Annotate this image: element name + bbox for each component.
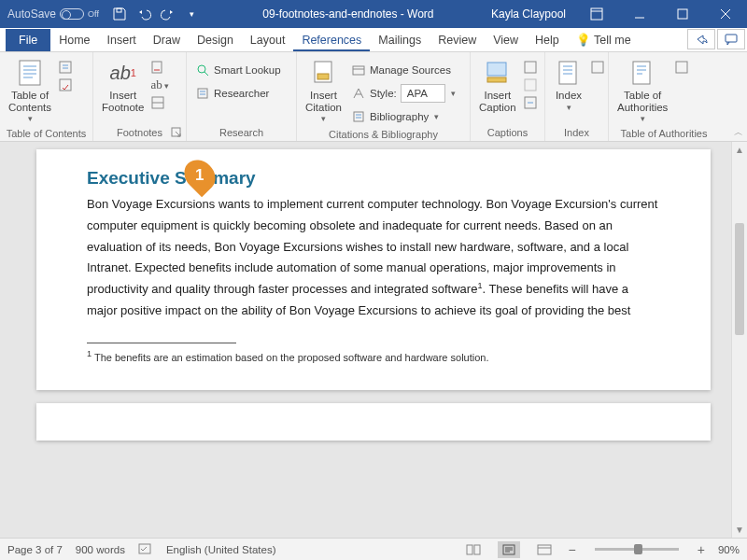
footnote[interactable]: 1 The benefits are an estimation based o… (87, 349, 660, 363)
toggle-icon (60, 8, 84, 20)
web-layout-icon[interactable] (533, 541, 556, 558)
footnote-text: The benefits are an estimation based on … (92, 351, 488, 362)
heading-executive-summary[interactable]: Executive Summary (87, 168, 660, 189)
insert-footnote-button[interactable]: ab1 Insert Footnote (99, 56, 147, 115)
window-title: 09-footnotes-and-endnotes - Word (205, 7, 482, 21)
share-button[interactable] (687, 29, 715, 49)
zoom-level[interactable]: 90% (718, 544, 740, 555)
mark-citation-icon[interactable] (674, 60, 689, 75)
scroll-track[interactable] (732, 158, 747, 522)
svg-rect-13 (317, 74, 329, 79)
chevron-down-icon[interactable]: ▾ (449, 89, 458, 98)
svg-rect-2 (678, 9, 687, 19)
autosave-toggle[interactable]: AutoSave Off (0, 7, 106, 21)
svg-rect-26 (467, 545, 472, 554)
tab-insert[interactable]: Insert (99, 30, 145, 51)
title-bar: AutoSave Off ▾ 09-footnotes-and-endnotes… (0, 0, 747, 28)
group-index: Index ▾ Index (545, 52, 609, 141)
manage-sources-button[interactable]: Manage Sources (348, 60, 460, 80)
update-tof-icon[interactable] (523, 77, 538, 92)
page[interactable]: Executive Summary Bon Voyage Excursions … (36, 149, 711, 390)
comments-button[interactable] (717, 29, 745, 49)
zoom-out-button[interactable]: − (569, 542, 576, 557)
style-selector[interactable]: Style: APA ▾ (348, 83, 460, 104)
group-label-index: Index (551, 125, 602, 141)
insert-tof-icon[interactable] (523, 60, 538, 75)
update-table-icon[interactable] (58, 77, 73, 92)
quick-access-toolbar: ▾ (106, 7, 205, 21)
ribbon-options-icon[interactable] (575, 0, 618, 28)
svg-rect-24 (676, 62, 687, 73)
tab-help[interactable]: Help (527, 30, 568, 51)
status-words[interactable]: 900 words (76, 544, 125, 555)
save-icon[interactable] (112, 7, 127, 21)
tab-review[interactable]: Review (430, 30, 485, 51)
add-text-icon[interactable] (58, 60, 73, 75)
undo-icon[interactable] (136, 7, 151, 21)
tab-draw[interactable]: Draw (145, 30, 189, 51)
redo-icon[interactable] (161, 7, 176, 21)
bibliography-icon (351, 109, 366, 124)
researcher-button[interactable]: Researcher (192, 83, 284, 104)
tab-tellme[interactable]: 💡 Tell me (568, 29, 640, 51)
insert-endnote-icon[interactable] (150, 60, 170, 75)
cross-reference-icon[interactable] (523, 95, 538, 110)
status-page[interactable]: Page 3 of 7 (7, 544, 63, 555)
chevron-down-icon: ▾ (26, 115, 35, 124)
citation-icon (309, 58, 339, 88)
next-page[interactable] (36, 403, 711, 441)
lightbulb-icon: 💡 (576, 34, 591, 47)
svg-rect-15 (354, 112, 363, 121)
group-label-research: Research (192, 125, 290, 141)
minimize-icon[interactable] (618, 0, 661, 28)
bibliography-button[interactable]: Bibliography ▾ (348, 106, 460, 127)
tab-view[interactable]: View (485, 30, 527, 51)
zoom-knob[interactable] (634, 544, 642, 554)
tab-layout[interactable]: Layout (242, 30, 294, 51)
group-label-captions: Captions (476, 125, 539, 141)
toa-button[interactable]: Table of Authorities ▾ (614, 56, 670, 126)
footnotes-dialog-launcher[interactable] (171, 127, 182, 138)
scroll-thumb[interactable] (735, 223, 744, 335)
chevron-down-icon: ▾ (319, 115, 328, 124)
bibliography-label: Bibliography (370, 111, 429, 122)
svg-rect-14 (353, 66, 364, 75)
style-value[interactable]: APA (401, 84, 445, 103)
close-icon[interactable] (704, 0, 747, 28)
insert-caption-button[interactable]: Insert Caption (476, 56, 519, 115)
collapse-ribbon-icon[interactable]: ︿ (734, 126, 743, 139)
tab-design[interactable]: Design (189, 30, 242, 51)
smart-lookup-button[interactable]: Smart Lookup (192, 60, 284, 80)
insert-citation-button[interactable]: Insert Citation ▾ (303, 56, 345, 126)
svg-rect-3 (726, 35, 737, 42)
group-label-toa: Table of Authorities (614, 126, 713, 142)
autosave-state: Off (88, 9, 99, 19)
print-layout-icon[interactable] (498, 541, 520, 558)
scroll-up-icon[interactable]: ▲ (732, 142, 747, 158)
toc-button[interactable]: Table of Contents ▾ (6, 56, 54, 126)
body-text[interactable]: Bon Voyage Excursions wants to implement… (87, 194, 660, 322)
mark-entry-icon[interactable] (590, 60, 605, 75)
tab-references[interactable]: References (293, 30, 370, 51)
vertical-scrollbar[interactable]: ▲ ▼ (731, 142, 747, 538)
scroll-down-icon[interactable]: ▼ (732, 522, 747, 538)
chevron-down-icon: ▾ (565, 104, 573, 113)
zoom-in-button[interactable]: + (698, 542, 705, 557)
qat-more-icon[interactable]: ▾ (185, 7, 200, 21)
next-footnote-icon[interactable]: ab▾ (150, 77, 170, 92)
spellcheck-icon[interactable] (138, 543, 153, 556)
status-language[interactable]: English (United States) (166, 544, 276, 555)
tab-mailings[interactable]: Mailings (370, 30, 430, 51)
tab-home[interactable]: Home (50, 30, 98, 51)
tab-file[interactable]: File (6, 29, 50, 51)
show-notes-icon[interactable] (150, 95, 170, 110)
zoom-slider[interactable] (595, 548, 679, 551)
svg-rect-21 (559, 62, 576, 84)
toa-label: Table of Authorities (617, 90, 668, 113)
index-button[interactable]: Index ▾ (551, 56, 586, 115)
tellme-label: Tell me (594, 34, 631, 47)
maximize-icon[interactable] (661, 0, 704, 28)
user-name[interactable]: Kayla Claypool (482, 7, 575, 21)
read-mode-icon[interactable] (462, 541, 485, 558)
svg-rect-5 (60, 62, 71, 73)
